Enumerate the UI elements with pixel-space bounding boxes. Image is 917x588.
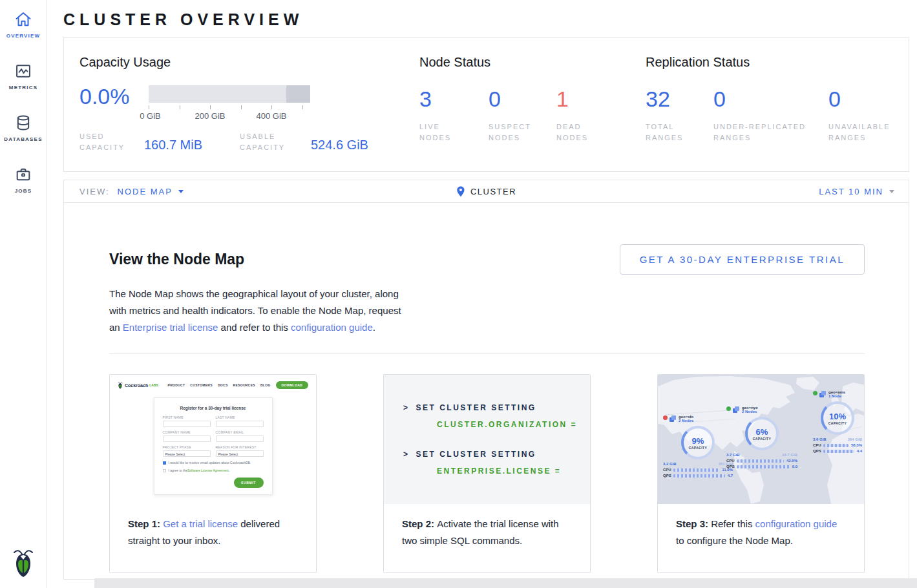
used-capacity-value: 160.7 MiB	[144, 138, 202, 152]
select-input: Please Select	[216, 450, 264, 457]
sidebar-item-jobs[interactable]: JOBS	[0, 155, 47, 207]
page-title: CLUSTER OVERVIEW	[47, 0, 917, 37]
axis-tick-label: 200 GiB	[195, 111, 226, 121]
live-status-dot	[726, 406, 731, 411]
step-label: Step 1:	[128, 518, 163, 529]
used-capacity-label: USED CAPACITY	[79, 131, 144, 152]
sidebar-item-label: OVERVIEW	[6, 33, 41, 39]
capacity-ring: 9% CAPACITY	[681, 426, 715, 459]
text-input	[216, 436, 264, 442]
step-3-card: geo=sfo 2 Nodes 9% CAPACITY 3.2 GiB	[657, 374, 865, 573]
total-ranges-cell: 32 TOTAL RANGES	[646, 88, 713, 143]
capacity-usage-section: Capacity Usage 0.0%	[64, 38, 419, 171]
sql-commands-block: >SET CLUSTER SETTING CLUSTER.ORGANIZATIO…	[384, 375, 590, 504]
capacity-percent: 10%	[829, 412, 846, 421]
suspect-nodes-label: SUSPECT NODES	[489, 121, 535, 143]
node-map-description: The Node Map shows the geographical layo…	[109, 286, 413, 336]
node-status-section: Node Status 3 LIVE NODES 0 SUSPECT NODES…	[419, 38, 646, 171]
get-trial-license-link[interactable]: Get a trial license	[163, 518, 238, 529]
qps-label: QPS	[726, 465, 737, 468]
qps-bar	[673, 474, 725, 478]
home-icon	[14, 10, 32, 28]
sidebar-item-overview[interactable]: OVERVIEW	[0, 0, 47, 52]
checkbox-unchecked	[163, 469, 166, 472]
step-2-caption: Step 2: Activate the trial license with …	[384, 512, 590, 549]
capacity-axis: 0 GiB 200 GiB 400 GiB	[149, 103, 310, 126]
axis-tick	[271, 105, 272, 109]
sidebar-item-databases[interactable]: DATABASES	[0, 103, 47, 155]
cockroach-labs-logo: Cockroach LABS	[118, 382, 158, 389]
minisite-nav: PRODUCT CUSTOMERS DOCS RESOURCES BLOG DO…	[168, 381, 308, 389]
axis-tick	[210, 105, 211, 109]
chevron-down-icon	[178, 190, 184, 193]
map-region-sfo: geo=sfo 2 Nodes 9% CAPACITY 3.2 GiB	[663, 415, 733, 478]
usable-capacity-value: 524.6 GiB	[311, 138, 368, 152]
cockroach-logo	[12, 548, 35, 578]
checkbox-checked	[163, 461, 166, 465]
capacity-label: CAPACITY	[753, 437, 771, 441]
capacity-percent: 6%	[756, 427, 768, 437]
checkbox-label: I agree to the	[169, 468, 187, 472]
description-text: .	[373, 322, 375, 333]
under-replicated-value: 0	[713, 88, 828, 110]
node-map-panel: View the Node Map GET A 30-DAY ENTERPRIS…	[63, 203, 909, 580]
under-replicated-cell: 0 UNDER-REPLICATED RANGES	[713, 88, 828, 143]
nav-item: PRODUCT	[168, 383, 185, 387]
qps-label: QPS	[663, 474, 673, 478]
sidebar-item-metrics[interactable]: METRICS	[0, 52, 47, 103]
configuration-guide-link[interactable]: configuration guide	[291, 322, 373, 333]
main-content: CLUSTER OVERVIEW Capacity Usage 0.0%	[47, 0, 917, 588]
axis-tick	[149, 105, 149, 109]
configuration-guide-link[interactable]: configuration guide	[755, 518, 838, 529]
total-ranges-label: TOTAL RANGES	[646, 121, 687, 143]
qps-bar	[737, 465, 790, 468]
step-1-card: Cockroach LABS PRODUCT CUSTOMERS DOCS RE…	[109, 374, 317, 573]
step-2-card: >SET CLUSTER SETTING CLUSTER.ORGANIZATIO…	[383, 374, 591, 573]
usable-capacity-stat: USABLE CAPACITY 524.6 GiB	[240, 131, 368, 152]
replication-status-section: Replication Status 32 TOTAL RANGES 0 UND…	[646, 38, 909, 171]
description-text: and refer to this	[218, 322, 291, 333]
enterprise-trial-button[interactable]: GET A 30-DAY ENTERPRISE TRIAL	[620, 244, 865, 275]
live-nodes-label: LIVE NODES	[419, 121, 458, 143]
sidebar-item-label: METRICS	[9, 85, 37, 90]
chart-icon	[14, 62, 32, 80]
logo-suffix: LABS	[149, 383, 158, 387]
step-text: Refer this	[711, 518, 755, 529]
live-status-dot	[813, 391, 817, 395]
live-nodes-cell: 3 LIVE NODES	[419, 88, 489, 143]
dead-nodes-cell: 1 DEAD NODES	[556, 88, 595, 143]
step-3-caption: Step 3: Refer this configuration guide t…	[658, 512, 864, 549]
sql-command: SET CLUSTER SETTING	[416, 403, 536, 412]
under-replicated-label: UNDER-REPLICATED RANGES	[713, 121, 820, 143]
used-value: 3.2 GiB	[663, 462, 677, 466]
sql-setting: ENTERPRISE.LICENSE =	[437, 467, 590, 476]
suspect-nodes-value: 0	[489, 88, 556, 110]
text-input	[216, 421, 264, 427]
node-map-title: View the Node Map	[109, 251, 244, 268]
node-map-thumbnail: geo=sfo 2 Nodes 9% CAPACITY 3.2 GiB	[658, 375, 864, 504]
step-1-caption: Step 1: Get a trial license delivered st…	[110, 512, 316, 549]
nodes-icon	[819, 390, 827, 398]
total-value: 364 GiB	[848, 437, 862, 441]
download-button: DOWNLOAD	[276, 381, 308, 389]
field-label: REASON FOR INTEREST	[216, 445, 264, 449]
qps-value: 4.7	[728, 474, 733, 478]
checkbox-label: I would like to receive email updates ab…	[169, 461, 251, 465]
nodes-icon	[732, 406, 740, 414]
license-agreement-link: Software License Agreement.	[187, 468, 229, 472]
capacity-usage-title: Capacity Usage	[79, 55, 419, 70]
chevron-down-icon	[889, 190, 894, 193]
field-label: COMPANY EMAIL	[216, 430, 264, 434]
capacity-percent: 9%	[692, 436, 704, 446]
capacity-percent: 0.0%	[79, 85, 149, 126]
view-selector-dropdown[interactable]: NODE MAP	[118, 187, 184, 196]
capacity-bar-track	[149, 85, 310, 103]
region-node-count: 2 Nodes	[679, 419, 693, 423]
cpu-bar	[823, 444, 848, 447]
enterprise-trial-license-link[interactable]: Enterprise trial license	[123, 322, 218, 333]
region-node-count: 2 Nodes	[742, 410, 758, 414]
time-range-dropdown[interactable]: LAST 10 MIN	[819, 187, 894, 196]
field-label: COMPANY NAME	[163, 430, 211, 434]
field-label: PROJECT PHASE	[163, 445, 211, 449]
summary-panel: Capacity Usage 0.0%	[63, 37, 909, 172]
